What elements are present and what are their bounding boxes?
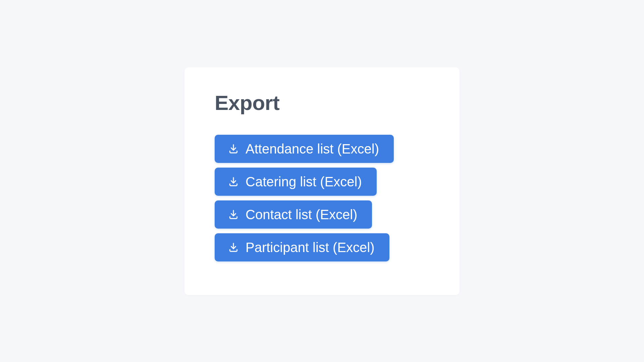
button-label: Catering list (Excel) — [246, 174, 362, 189]
download-icon — [228, 209, 239, 220]
export-button-list: Attendance list (Excel) Catering list (E… — [215, 135, 429, 261]
button-label: Contact list (Excel) — [246, 207, 357, 222]
download-icon — [228, 242, 239, 253]
button-label: Attendance list (Excel) — [246, 141, 379, 156]
export-panel: Export Attendance list (Excel) — [184, 67, 460, 295]
contact-list-button[interactable]: Contact list (Excel) — [215, 200, 372, 229]
download-icon — [228, 176, 239, 187]
catering-list-button[interactable]: Catering list (Excel) — [215, 168, 377, 196]
attendance-list-button[interactable]: Attendance list (Excel) — [215, 135, 394, 163]
participant-list-button[interactable]: Participant list (Excel) — [215, 233, 389, 261]
export-container: Export Attendance list (Excel) — [77, 54, 567, 308]
button-label: Participant list (Excel) — [246, 240, 375, 255]
download-icon — [228, 143, 239, 154]
export-heading: Export — [215, 91, 429, 115]
